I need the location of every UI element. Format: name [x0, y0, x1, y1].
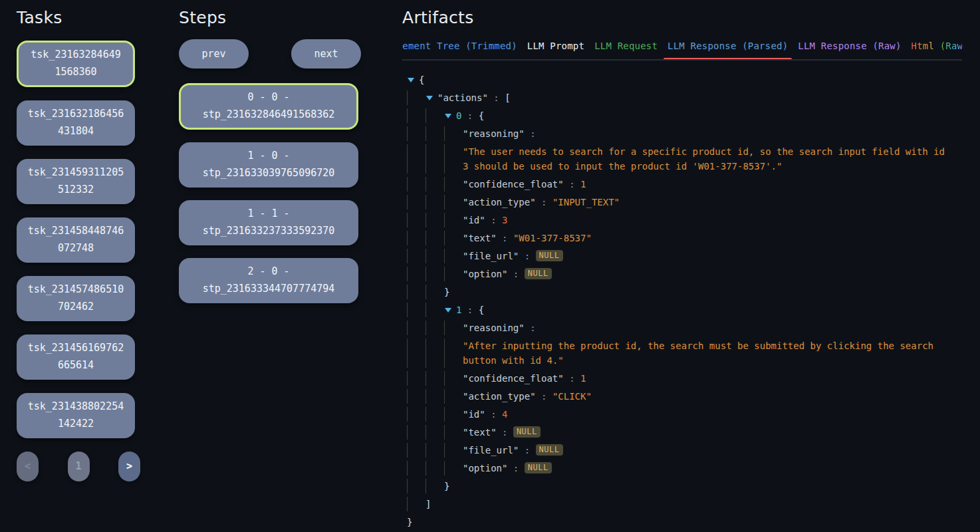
- json-punctuation: :: [485, 409, 502, 420]
- json-key: "id": [463, 409, 485, 420]
- indent-guide: [407, 267, 426, 281]
- tasks-panel: Tasks tsk_231632846491568360tsk_23163218…: [17, 8, 143, 481]
- json-key: "reasoning": [463, 323, 525, 333]
- indent-guide: [407, 407, 426, 422]
- json-punctuation: :: [497, 427, 513, 438]
- steps-panel: Steps prev next 0 - 0 - stp_231632846491…: [179, 8, 361, 316]
- json-punctuation: :: [536, 391, 552, 402]
- indent-guide: [426, 213, 444, 227]
- pagination-prev-button[interactable]: <: [17, 452, 39, 481]
- json-string-value: "The user needs to search for a specific…: [463, 144, 951, 174]
- null-badge: NULL: [525, 268, 552, 279]
- indent-guide: [444, 389, 463, 404]
- collapse-toggle-icon[interactable]: [444, 108, 456, 123]
- steps-prev-button[interactable]: prev: [179, 39, 249, 68]
- json-line-content: "action_type" : "CLICK": [463, 389, 592, 404]
- step-button[interactable]: 0 - 0 - stp_231632846491568362: [179, 83, 358, 130]
- json-brace: }: [444, 481, 449, 491]
- json-string-value: "INPUT_TEXT": [552, 197, 620, 207]
- step-button[interactable]: 1 - 1 - stp_231633237333592370: [179, 200, 358, 245]
- json-line-content: "file_url" : NULL: [463, 249, 563, 263]
- task-button[interactable]: tsk_231456169762665614: [17, 334, 135, 380]
- json-number-value: 1: [580, 373, 586, 384]
- json-key: "action_type": [463, 197, 536, 207]
- json-line-content: }: [444, 479, 449, 493]
- json-line-content: "text" : "W01-377-8537": [463, 231, 592, 245]
- task-button[interactable]: tsk_231459311205512332: [17, 159, 135, 204]
- indent-guide: [444, 126, 463, 141]
- indent-guide: [407, 389, 426, 404]
- json-line-content: "actions" : [: [437, 90, 511, 105]
- tasks-pagination: < 1 >: [17, 452, 140, 481]
- indent-guide: [426, 231, 444, 245]
- task-button[interactable]: tsk_231457486510702462: [17, 276, 135, 321]
- collapse-toggle-icon[interactable]: [444, 303, 456, 317]
- json-brace: }: [407, 517, 412, 527]
- json-key: "option": [463, 463, 507, 473]
- json-line-content: "option" : NULL: [463, 267, 552, 281]
- json-number-value: 4: [502, 409, 507, 420]
- null-badge: NULL: [525, 462, 552, 473]
- task-list: tsk_231632846491568360tsk_23163218645643…: [17, 41, 143, 438]
- task-button[interactable]: tsk_231632186456431804: [17, 100, 135, 146]
- steps-title: Steps: [179, 8, 361, 27]
- indent-guide: [444, 338, 463, 368]
- indent-guide: [426, 389, 444, 404]
- indent-guide: [444, 407, 463, 422]
- json-punctuation: :: [519, 251, 535, 261]
- json-line: "file_url" : NULL: [407, 442, 962, 460]
- json-line-content: "action_type" : "INPUT_TEXT": [463, 195, 620, 209]
- artifacts-tabbar: Element Tree (Trimmed)LLM PromptLLM Requ…: [402, 37, 962, 59]
- indent-guide: [407, 144, 426, 174]
- indent-guide: [444, 213, 463, 227]
- json-line: "reasoning" :: [407, 125, 962, 143]
- json-line: {: [407, 71, 962, 89]
- json-key: "text": [463, 233, 497, 243]
- collapse-toggle-icon[interactable]: [407, 72, 419, 87]
- json-punctuation: :: [519, 445, 535, 456]
- indent-guide: [407, 90, 426, 105]
- json-line: ]: [407, 495, 962, 513]
- indent-guide: [426, 126, 444, 141]
- step-button[interactable]: 2 - 0 - stp_231633344707774794: [179, 258, 358, 303]
- tab-llm-prompt[interactable]: LLM Prompt: [527, 37, 584, 59]
- tab-llm-response-raw[interactable]: LLM Response (Raw): [798, 37, 901, 59]
- steps-next-button[interactable]: next: [291, 39, 361, 68]
- step-button[interactable]: 1 - 0 - stp_231633039765096720: [179, 142, 358, 188]
- tab-llm-request[interactable]: LLM Request: [594, 37, 658, 59]
- json-key: "option": [463, 269, 507, 279]
- tab-html-raw[interactable]: Html (Raw): [912, 37, 962, 59]
- indent-guide: [444, 321, 463, 335]
- tab-llm-response-parsed[interactable]: LLM Response (Parsed): [668, 37, 788, 59]
- json-line: "file_url" : NULL: [407, 247, 962, 265]
- pagination-page-button[interactable]: 1: [68, 452, 90, 481]
- json-brace: [: [505, 92, 510, 103]
- json-line: "confidence_float" : 1: [407, 370, 962, 388]
- indent-guide: [426, 195, 444, 209]
- json-line-content: "id" : 4: [463, 407, 507, 422]
- task-button[interactable]: tsk_231458448746072748: [17, 217, 135, 263]
- collapse-toggle-icon[interactable]: [426, 90, 437, 105]
- json-brace: {: [419, 74, 424, 85]
- json-key: "file_url": [463, 445, 519, 456]
- json-line-content: {: [419, 72, 424, 87]
- task-button[interactable]: tsk_231632846491568360: [17, 41, 135, 87]
- null-badge: NULL: [536, 444, 563, 456]
- json-line-content: }: [444, 285, 449, 299]
- json-line: "id" : 3: [407, 211, 962, 229]
- json-line: "confidence_float" : 1: [407, 176, 962, 194]
- json-punctuation: :: [564, 179, 580, 190]
- json-line: "The user needs to search for a specific…: [407, 143, 962, 176]
- indent-guide: [444, 177, 463, 192]
- artifacts-tabbar-wrap: Element Tree (Trimmed)LLM PromptLLM Requ…: [402, 37, 962, 61]
- json-key: "confidence_float": [463, 179, 564, 190]
- json-line-content: "file_url" : NULL: [463, 443, 563, 458]
- json-number-value: 3: [502, 215, 507, 225]
- pagination-next-button[interactable]: >: [118, 452, 140, 481]
- json-key: "id": [463, 215, 485, 225]
- active-tab-underline: [664, 58, 792, 61]
- tab-element-tree-trimmed[interactable]: Element Tree (Trimmed): [402, 37, 517, 59]
- artifacts-panel: Artifacts Element Tree (Trimmed)LLM Prom…: [402, 8, 962, 531]
- task-button[interactable]: tsk_231438802254142422: [17, 393, 135, 438]
- json-brace: {: [479, 110, 484, 121]
